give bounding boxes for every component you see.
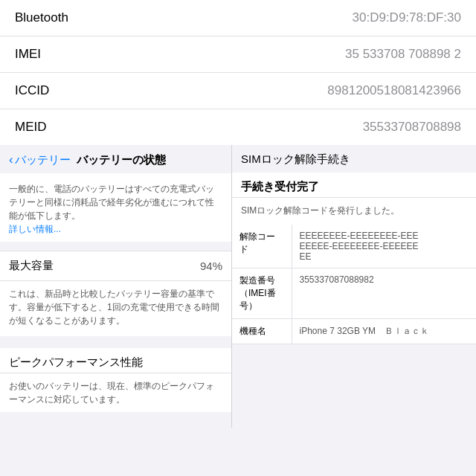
battery-capacity-label: 最大容量 (9, 259, 54, 273)
battery-peak-desc-text: お使いのバッテリーは、現在、標準のピークパフォーマンスに対応しています。 (9, 381, 214, 405)
sim-table-row-model: 機種名 iPhone 7 32GB YM Ｂｌａｃｋ (232, 319, 476, 344)
bluetooth-row: Bluetooth 30:D9:D9:78:DF:30 (0, 0, 476, 36)
chevron-left-icon: ‹ (9, 152, 13, 167)
battery-title: バッテリーの状態 (77, 153, 166, 167)
sim-table: 解除コード EEEEEEEE-EEEEEEEE-EEEEEEEE-EEEEEEE… (232, 225, 476, 344)
sim-status: 手続き受付完了 (232, 173, 476, 198)
battery-header: ‹ バッテリー バッテリーの状態 (0, 145, 231, 173)
sim-table-row-code: 解除コード EEEEEEEE-EEEEEEEE-EEEEEEEE-EEEEEEE… (232, 225, 476, 268)
sim-code-value: EEEEEEEE-EEEEEEEE-EEEEEEEE-EEEEEEEE-EEEE… (292, 225, 476, 268)
battery-peak-section: ピークパフォーマンス性能 お使いのバッテリーは、現在、標準のピークパフォーマンス… (0, 348, 231, 412)
iccid-row: ICCID 89812005180814239​66 (0, 73, 476, 109)
bluetooth-label: Bluetooth (15, 10, 68, 25)
battery-content: 一般的に、電話のバッテリーはすべての充電式バッテリーと同様に消耗品で経年劣化が進… (0, 173, 231, 242)
top-section: Bluetooth 30:D9:D9:78:DF:30 IMEI 35 5337… (0, 0, 476, 145)
sim-imei-value: 355337087088982 (292, 268, 476, 319)
battery-peak-label: ピークパフォーマンス性能 (0, 348, 231, 373)
battery-capacity-desc-text: これは、新品時と比較したバッテリー容量の基準です。容量が低下すると、1回の充電で… (9, 289, 219, 326)
sim-table-row-imei: 製造番号（IMEI番号） 355337087088982 (232, 268, 476, 319)
battery-capacity-section: 最大容量 94% これは、新品時と比較したバッテリー容量の基準です。容量が低下す… (0, 251, 231, 336)
battery-link[interactable]: 詳しい情報... (9, 224, 61, 234)
battery-peak-desc: お使いのバッテリーは、現在、標準のピークパフォーマンスに対応しています。 (0, 373, 231, 412)
sim-desc: SIMロック解除コードを発行しました。 (232, 198, 476, 225)
battery-capacity-value: 94% (200, 260, 222, 272)
meid-label: MEID (15, 120, 47, 135)
battery-capacity-row: 最大容量 94% (0, 251, 231, 281)
battery-description: 一般的に、電話のバッテリーはすべての充電式バッテリーと同様に消耗品で経年劣化が進… (0, 173, 231, 242)
bluetooth-value: 30:D9:D9:78:DF:30 (353, 10, 461, 25)
battery-back-label[interactable]: バッテリー (15, 153, 71, 167)
sim-content: 手続き受付完了 SIMロック解除コードを発行しました。 (232, 173, 476, 225)
imei-label: IMEI (15, 47, 41, 62)
sim-header: SIMロック解除手続き (232, 145, 476, 173)
sim-imei-key: 製造番号（IMEI番号） (232, 268, 292, 319)
iccid-label: ICCID (15, 83, 49, 98)
battery-panel: ‹ バッテリー バッテリーの状態 一般的に、電話のバッテリーはすべての充電式バッ… (0, 145, 232, 428)
sim-model-value: iPhone 7 32GB YM Ｂｌａｃｋ (292, 319, 476, 344)
battery-back-button[interactable]: ‹ バッテリー (9, 152, 71, 167)
sim-code-key: 解除コード (232, 225, 292, 268)
imei-row: IMEI 35 533708 708898 2 (0, 36, 476, 73)
imei-value: 35 533708 708898 2 (345, 47, 461, 62)
battery-desc-text: 一般的に、電話のバッテリーはすべての充電式バッテリーと同様に消耗品で経年劣化が進… (9, 184, 214, 221)
sim-panel: SIMロック解除手続き 手続き受付完了 SIMロック解除コードを発行しました。 … (232, 145, 476, 428)
iccid-value: 89812005180814239​66 (327, 83, 461, 98)
meid-row: MEID 35533708708898 (0, 109, 476, 145)
sim-model-key: 機種名 (232, 319, 292, 344)
battery-capacity-desc: これは、新品時と比較したバッテリー容量の基準です。容量が低下すると、1回の充電で… (0, 281, 231, 336)
meid-value: 35533708708898 (363, 120, 461, 135)
bottom-section: ‹ バッテリー バッテリーの状態 一般的に、電話のバッテリーはすべての充電式バッ… (0, 145, 476, 428)
